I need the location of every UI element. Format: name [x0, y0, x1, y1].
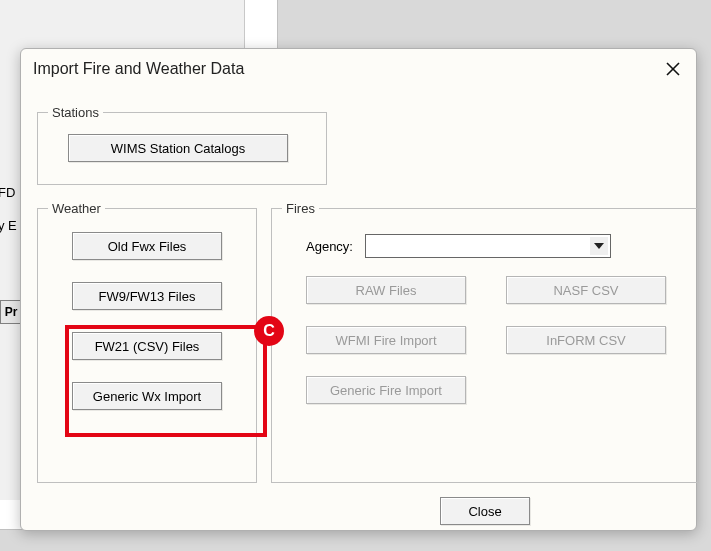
inform-csv-button: InFORM CSV [506, 326, 666, 354]
stations-group: Stations WIMS Station Catalogs [37, 105, 327, 185]
chevron-down-icon [590, 237, 608, 255]
agency-dropdown[interactable] [365, 234, 611, 258]
titlebar: Import Fire and Weather Data [21, 49, 696, 89]
raw-files-button: RAW Files [306, 276, 466, 304]
footer-row: Close [271, 497, 699, 525]
background-button-pr[interactable]: Pr [0, 300, 22, 324]
import-dialog: Import Fire and Weather Data Stations WI… [20, 48, 697, 531]
stations-legend: Stations [48, 105, 103, 120]
fires-legend: Fires [282, 201, 319, 216]
nasf-csv-button: NASF CSV [506, 276, 666, 304]
dialog-title: Import Fire and Weather Data [33, 60, 244, 78]
fires-group: Fires Agency: RAW Files NASF CSV WFMI Fi… [271, 201, 699, 483]
old-fwx-files-button[interactable]: Old Fwx Files [72, 232, 222, 260]
background-label-ye: y E [0, 218, 17, 233]
agency-label: Agency: [306, 239, 353, 254]
generic-wx-import-button[interactable]: Generic Wx Import [72, 382, 222, 410]
weather-group: Weather Old Fwx Files FW9/FW13 Files FW2… [37, 201, 257, 483]
background-label-fd: FD [0, 185, 15, 200]
close-button-x[interactable] [658, 55, 688, 83]
generic-fire-import-button: Generic Fire Import [306, 376, 466, 404]
wims-station-catalogs-button[interactable]: WIMS Station Catalogs [68, 134, 288, 162]
fw21-csv-files-button[interactable]: FW21 (CSV) Files [72, 332, 222, 360]
weather-legend: Weather [48, 201, 105, 216]
fw9-fw13-files-button[interactable]: FW9/FW13 Files [72, 282, 222, 310]
close-icon [666, 62, 680, 76]
wfmi-fire-import-button: WFMI Fire Import [306, 326, 466, 354]
close-button[interactable]: Close [440, 497, 530, 525]
